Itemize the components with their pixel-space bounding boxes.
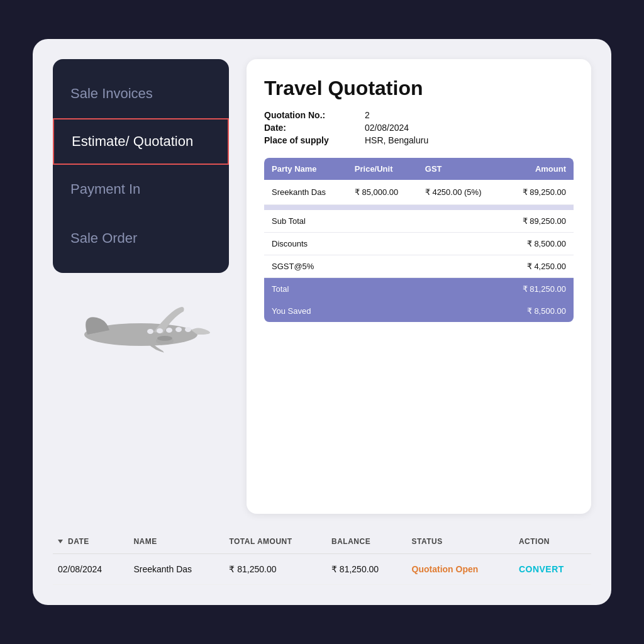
airplane-area xyxy=(53,286,229,381)
discounts-value: ₹ 8,500.00 xyxy=(503,232,574,255)
col-price-unit: Price/Unit xyxy=(347,158,418,180)
col-name-header: NAME xyxy=(128,529,224,554)
bottom-section: DATE NAME TOTAL AMOUNT BALANCE STATUS AC… xyxy=(53,529,591,585)
col-gst: GST xyxy=(418,158,503,180)
place-value: HSR, Bengaluru xyxy=(365,135,428,145)
col-action-header: ACTION xyxy=(514,529,591,554)
svg-point-2 xyxy=(175,327,182,332)
cell-amount: ₹ 89,250.00 xyxy=(503,180,574,205)
svg-point-1 xyxy=(166,328,172,333)
row-status: Quotation Open xyxy=(407,554,514,585)
sgst-value: ₹ 4,250.00 xyxy=(503,255,574,277)
col-date-header: DATE xyxy=(53,529,128,554)
col-amount: Amount xyxy=(503,158,574,180)
saved-value: ₹ 8,500.00 xyxy=(503,300,574,322)
saved-label: You Saved xyxy=(264,300,347,322)
sidebar-item-sale-invoices[interactable]: Sale Invoices xyxy=(53,72,229,116)
bottom-table: DATE NAME TOTAL AMOUNT BALANCE STATUS AC… xyxy=(53,529,591,585)
cell-price-unit: ₹ 85,000.00 xyxy=(347,180,418,205)
sidebar-item-sale-order[interactable]: Sale Order xyxy=(53,216,229,260)
saved-row: You Saved ₹ 8,500.00 xyxy=(264,300,574,322)
discounts-row: Discounts ₹ 8,500.00 xyxy=(264,232,574,255)
total-label: Total xyxy=(264,277,347,300)
row-action[interactable]: CONVERT xyxy=(514,554,591,585)
table-header-row: Party Name Price/Unit GST Amount xyxy=(264,158,574,180)
col-balance-header: BALANCE xyxy=(326,529,407,554)
sidebar-item-estimate-quotation[interactable]: Estimate/ Quotation xyxy=(53,118,229,165)
place-label: Place of supply xyxy=(264,135,365,145)
table-spacer xyxy=(264,205,574,210)
quote-table: Party Name Price/Unit GST Amount Sreekan… xyxy=(264,158,574,322)
bottom-table-header: DATE NAME TOTAL AMOUNT BALANCE STATUS AC… xyxy=(53,529,591,554)
sgst-label: SGST@5% xyxy=(264,255,347,277)
arrow-down-icon xyxy=(58,540,63,543)
col-status-header: STATUS xyxy=(407,529,514,554)
row-total-amount: ₹ 81,250.00 xyxy=(224,554,326,585)
table-row: Sreekanth Das ₹ 85,000.00 ₹ 4250.00 (5%)… xyxy=(264,180,574,205)
sub-total-row: Sub Total ₹ 89,250.00 xyxy=(264,210,574,233)
meta-row-date: Date: 02/08/2024 xyxy=(264,123,574,133)
quotation-no-label: Quotation No.: xyxy=(264,110,365,120)
quotation-meta: Quotation No.: 2 Date: 02/08/2024 Place … xyxy=(264,110,574,145)
cell-party-name: Sreekanth Das xyxy=(264,180,347,205)
main-card: Sale Invoices Estimate/ Quotation Paymen… xyxy=(33,39,611,605)
status-badge: Quotation Open xyxy=(412,564,479,574)
date-value: 02/08/2024 xyxy=(365,123,409,133)
sidebar: Sale Invoices Estimate/ Quotation Paymen… xyxy=(53,59,229,273)
top-section: Sale Invoices Estimate/ Quotation Paymen… xyxy=(53,59,591,514)
airplane-icon xyxy=(72,296,210,371)
left-column: Sale Invoices Estimate/ Quotation Paymen… xyxy=(53,59,229,514)
quotation-card: Travel Quotation Quotation No.: 2 Date: … xyxy=(247,59,591,514)
quotation-title: Travel Quotation xyxy=(264,77,574,100)
col-total-amount-header: TOTAL AMOUNT xyxy=(224,529,326,554)
date-label: Date: xyxy=(264,123,365,133)
meta-row-place: Place of supply HSR, Bengaluru xyxy=(264,135,574,145)
quotation-no-value: 2 xyxy=(365,110,370,120)
total-value: ₹ 81,250.00 xyxy=(503,277,574,300)
convert-button[interactable]: CONVERT xyxy=(519,564,564,574)
svg-point-3 xyxy=(185,327,191,332)
date-sort-icon[interactable]: DATE xyxy=(58,537,89,546)
cell-gst: ₹ 4250.00 (5%) xyxy=(418,180,503,205)
svg-point-7 xyxy=(157,336,172,341)
sub-total-value: ₹ 89,250.00 xyxy=(503,210,574,233)
svg-point-4 xyxy=(157,328,163,333)
meta-row-quotation-no: Quotation No.: 2 xyxy=(264,110,574,120)
sgst-row: SGST@5% ₹ 4,250.00 xyxy=(264,255,574,277)
col-party-name: Party Name xyxy=(264,158,347,180)
discounts-label: Discounts xyxy=(264,232,347,255)
bottom-table-row: 02/08/2024 Sreekanth Das ₹ 81,250.00 ₹ 8… xyxy=(53,554,591,585)
row-balance: ₹ 81,250.00 xyxy=(326,554,407,585)
total-row: Total ₹ 81,250.00 xyxy=(264,277,574,300)
sidebar-item-payment-in[interactable]: Payment In xyxy=(53,167,229,211)
row-name: Sreekanth Das xyxy=(128,554,224,585)
row-date: 02/08/2024 xyxy=(53,554,128,585)
sub-total-label: Sub Total xyxy=(264,210,347,233)
svg-point-5 xyxy=(147,329,153,334)
